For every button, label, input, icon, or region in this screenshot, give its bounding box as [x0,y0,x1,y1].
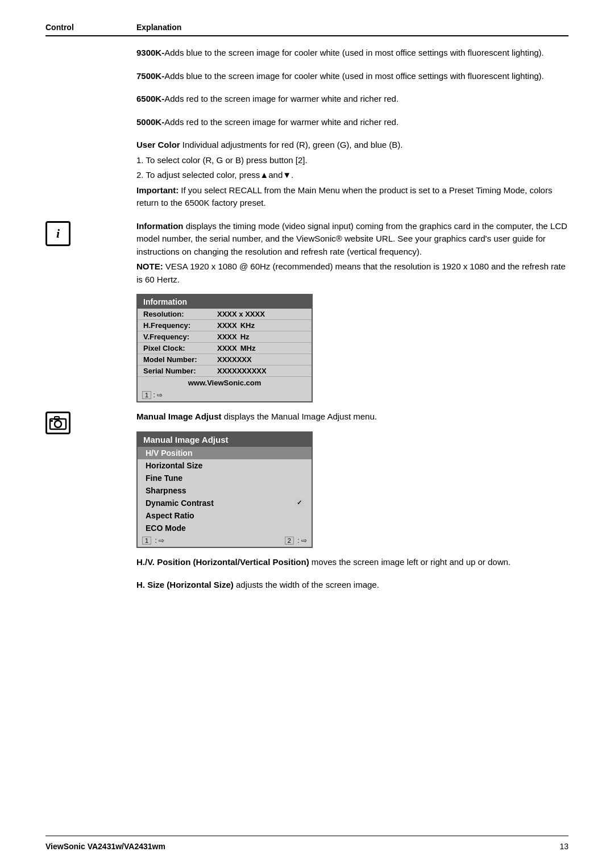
footer-page-number: 13 [559,842,569,851]
footer-brand: ViewSonic VA2431w/VA2431wm [45,842,165,851]
color-7500k-row: 7500K-Adds blue to the screen image for … [45,70,569,85]
h-size-term: H. Size (Horizontal Size) [136,580,234,589]
information-text: Information displays the timing mode (vi… [136,220,569,403]
color-6500k-row: 6500K-Adds red to the screen image for w… [45,93,569,108]
mia-item-sharpness: Sharpness [138,484,312,497]
info-pixelclock-unit: MHz [240,344,256,352]
mia-nav: 1 : ⇨ 2 : ⇨ [138,534,312,547]
mia-eco-mode-label: ECO Mode [146,524,186,533]
info-serial-label: Serial Number: [143,367,217,375]
info-model-value: XXXXXXX [217,355,252,364]
color-6500k-text: 6500K-Adds red to the screen image for w… [136,93,569,108]
manual-image-adjust-term: Manual Image Adjust [136,412,221,421]
info-pixelclock-label: Pixel Clock: [143,344,217,352]
page: Control Explanation 9300K-Adds blue to t… [0,0,614,868]
mia-item-eco-mode: ECO Mode [138,522,312,534]
hv-position-text: H./V. Position (Horizontal/Vertical Posi… [136,556,569,571]
info-hfreq-value: XXXX [217,321,237,330]
note-label: NOTE: [136,261,163,271]
color-7500k-text: 7500K-Adds blue to the screen image for … [136,70,569,85]
mia-nav-left-arrow: : ⇨ [153,537,164,545]
information-note: NOTE: VESA 1920 x 1080 @ 60Hz (recommend… [136,260,569,286]
mia-item-aspect-ratio: Aspect Ratio [138,509,312,522]
info-vfreq-row: V.Frequency: XXXX Hz [138,331,312,343]
color-7500k-icon-col [45,70,136,71]
manual-image-adjust-row: Manual Image Adjust displays the Manual … [45,410,569,548]
svg-rect-3 [51,420,53,422]
color-9300k-term: 9300K- [136,48,164,57]
info-icon: i [45,221,70,246]
mia-nav-right: 2 : ⇨ [285,537,307,545]
info-resolution-value: XXXX x XXXX [217,310,265,318]
color-5000k-text: 5000K-Adds red to the screen image for w… [136,116,569,131]
info-url: www.ViewSonic.com [138,377,312,389]
info-pixelclock-value: XXXX [217,344,237,352]
mia-fine-tune-label: Fine Tune [146,474,182,483]
dynamic-contrast-checkbox[interactable]: ✓ [294,499,304,508]
color-7500k-description: 7500K-Adds blue to the screen image for … [136,70,569,83]
h-size-row: H. Size (Horizontal Size) adjusts the wi… [45,579,569,594]
footer: ViewSonic VA2431w/VA2431wm 13 [45,836,569,851]
info-nav-arrow: : ⇨ [151,391,163,399]
user-color-step2: 2. To adjust selected color, press▲and▼. [136,169,569,182]
mia-nav-right-arrow: : ⇨ [296,537,307,545]
mia-item-horizontal-size: Horizontal Size [138,459,312,472]
color-6500k-description: 6500K-Adds red to the screen image for w… [136,93,569,106]
important-label: Important: [136,185,179,195]
mia-item-dynamic-contrast: Dynamic Contrast ✓ [138,497,312,509]
h-size-text: H. Size (Horizontal Size) adjusts the wi… [136,579,569,594]
footer-model: VA2431w/VA2431wm [88,842,165,851]
hv-position-term: H./V. Position (Horizontal/Vertical Posi… [136,557,309,567]
h-size-description: H. Size (Horizontal Size) adjusts the wi… [136,579,569,592]
color-5000k-term: 5000K- [136,117,164,127]
camera-svg [49,415,67,431]
color-7500k-term: 7500K- [136,71,164,81]
user-color-description: User Color Individual adjustments for re… [136,139,569,152]
information-description: Information displays the timing mode (vi… [136,220,569,259]
hv-position-icon-col [45,556,136,557]
user-color-icon-col [45,139,136,140]
user-color-text: User Color Individual adjustments for re… [136,139,569,212]
mia-nav-left: 1 : ⇨ [142,537,164,545]
mia-hv-position-label: H/V Position [146,448,192,458]
mia-nav-right-num: 2 [285,537,294,545]
info-resolution-label: Resolution: [143,310,217,318]
explanation-column-header: Explanation [136,23,181,32]
mia-nav-left-num: 1 [142,537,151,545]
manual-image-adjust-box: Manual Image Adjust H/V Position Horizon… [136,431,313,548]
info-hfreq-label: H.Frequency: [143,321,217,330]
camera-icon [45,412,70,434]
hv-position-description: H./V. Position (Horizontal/Vertical Posi… [136,556,569,569]
info-model-row: Model Number: XXXXXXX [138,354,312,366]
user-color-term: User Color [136,140,180,149]
mia-item-fine-tune: Fine Tune [138,472,312,484]
manual-image-adjust-icon-col [45,410,136,434]
mia-aspect-ratio-label: Aspect Ratio [146,511,194,520]
information-box: Information Resolution: XXXX x XXXX H.Fr… [136,294,313,402]
information-box-title: Information [138,295,312,309]
color-9300k-row: 9300K-Adds blue to the screen image for … [45,47,569,62]
control-column-header: Control [45,23,136,32]
information-row: i Information displays the timing mode (… [45,220,569,403]
information-icon-col: i [45,220,136,246]
mia-item-hv-position: H/V Position [138,447,312,459]
info-hfreq-row: H.Frequency: XXXX KHz [138,320,312,331]
footer-brand-name: ViewSonic [45,842,85,851]
information-term: Information [136,221,184,231]
info-serial-value: XXXXXXXXXX [217,367,267,375]
color-9300k-text: 9300K-Adds blue to the screen image for … [136,47,569,62]
mia-sharpness-label: Sharpness [146,486,186,495]
info-vfreq-label: V.Frequency: [143,333,217,341]
color-6500k-term: 6500K- [136,94,164,103]
mia-horizontal-size-label: Horizontal Size [146,461,202,470]
info-hfreq-unit: KHz [240,321,255,330]
info-nav: 1 : ⇨ [138,389,312,401]
user-color-important: Important: If you select RECALL from the… [136,184,569,210]
color-5000k-description: 5000K-Adds red to the screen image for w… [136,116,569,129]
mia-dynamic-contrast-label: Dynamic Contrast [146,499,214,508]
info-vfreq-unit: Hz [240,333,250,341]
svg-rect-2 [55,417,59,420]
color-9300k-description: 9300K-Adds blue to the screen image for … [136,47,569,60]
user-color-row: User Color Individual adjustments for re… [45,139,569,212]
info-nav-num: 1 [142,391,151,399]
